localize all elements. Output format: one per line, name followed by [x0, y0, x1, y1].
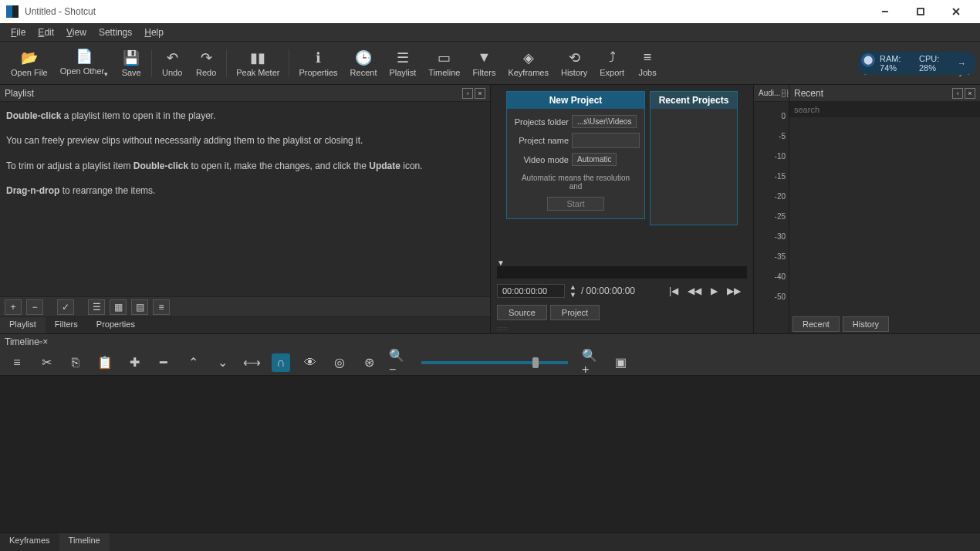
append-button[interactable]: ✚: [125, 353, 144, 372]
timeline-menu-button[interactable]: ≡: [8, 353, 26, 372]
scale-mark: -35: [757, 247, 786, 267]
tab-source[interactable]: Source: [497, 305, 547, 320]
recent-close-button[interactable]: ×: [965, 88, 975, 99]
playlist-view-detailed-button[interactable]: ☰: [88, 299, 105, 315]
zoom-in-button[interactable]: 🔍+: [582, 353, 600, 372]
menu-file[interactable]: File: [5, 25, 32, 40]
recent-list[interactable]: [789, 117, 980, 315]
tab-recent[interactable]: Recent: [792, 316, 840, 332]
playlist-button[interactable]: ☰Playlist: [383, 46, 422, 80]
peak-meter-label: Peak Meter: [236, 68, 279, 77]
zoom-fit-button[interactable]: ▣: [611, 353, 630, 372]
split-button[interactable]: ⟷: [242, 353, 261, 372]
timeline-tracks[interactable]: [0, 376, 980, 532]
snap-button[interactable]: ∩: [272, 353, 290, 372]
tab-timeline[interactable]: Timeline: [59, 533, 110, 551]
grip-icon[interactable]: ::::::: [491, 323, 753, 333]
open-file-icon: 📂: [21, 49, 38, 66]
video-mode-label: Video mode: [512, 155, 569, 164]
fast-forward-button[interactable]: ▶▶: [727, 286, 741, 296]
zoom-slider[interactable]: [421, 361, 568, 364]
scale-mark: -20: [757, 187, 786, 207]
redo-button[interactable]: ↷Redo: [189, 46, 223, 80]
menu-view[interactable]: View: [60, 25, 93, 40]
jobs-button[interactable]: ≡Jobs: [630, 46, 664, 80]
overwrite-button[interactable]: ⌄: [213, 353, 231, 372]
paste-button[interactable]: 📋: [96, 353, 114, 372]
current-timecode-input[interactable]: [497, 284, 565, 298]
resource-monitor[interactable]: ⬤ RAM: 74% CPU: 28% →: [858, 52, 975, 75]
remove-button[interactable]: ━: [154, 353, 173, 372]
keyframes-button[interactable]: ◈Keyframes: [502, 46, 555, 80]
main-toolbar: 📂Open File📄Open Other▾💾Save↶Undo↷Redo▮▮P…: [0, 42, 980, 85]
history-button[interactable]: ⟲History: [555, 46, 593, 80]
playlist-close-button[interactable]: ×: [475, 88, 485, 99]
timeline-close-button[interactable]: ×: [42, 336, 48, 347]
recent-label: Recent: [350, 68, 377, 77]
history-label: History: [561, 68, 587, 77]
menu-settings[interactable]: Settings: [93, 25, 138, 40]
scrub-button[interactable]: 👁: [301, 353, 319, 372]
properties-label: Properties: [299, 68, 337, 77]
save-label: Save: [122, 68, 141, 77]
undo-button[interactable]: ↶Undo: [155, 46, 189, 80]
recent-float-button[interactable]: ▫: [952, 88, 963, 99]
peak-meter-button[interactable]: ▮▮Peak Meter: [230, 46, 286, 80]
rewind-button[interactable]: ◀◀: [688, 286, 701, 296]
window-title: Untitled - Shotcut: [25, 6, 867, 17]
minimize-button[interactable]: [867, 0, 903, 23]
scrub-bar[interactable]: ▼: [497, 266, 747, 279]
menu-edit[interactable]: Edit: [32, 25, 60, 40]
audio-float-button[interactable]: ▫: [782, 90, 785, 97]
tab-project[interactable]: Project: [550, 305, 600, 320]
video-mode-button[interactable]: Automatic: [572, 153, 617, 166]
maximize-button[interactable]: [903, 0, 938, 23]
copy-button[interactable]: ⎘: [66, 353, 85, 372]
start-button[interactable]: Start: [547, 197, 603, 211]
timeline-title: Timeline: [5, 336, 39, 347]
timecode-spinner-icon[interactable]: ▲▼: [569, 283, 576, 299]
video-mode-description: Automatic means the resolution and: [512, 171, 640, 194]
save-button[interactable]: 💾Save: [114, 46, 148, 80]
project-name-input[interactable]: [572, 133, 640, 148]
tab-filters[interactable]: Filters: [46, 317, 87, 333]
zoom-out-button[interactable]: 🔍−: [389, 353, 407, 372]
recent-search-input[interactable]: [789, 102, 980, 117]
scale-mark: -50: [757, 287, 786, 307]
open-file-button[interactable]: 📂Open File: [5, 46, 54, 80]
save-icon: 💾: [123, 49, 140, 66]
audio-meter-panel: Audi... ▫ × 0-5-10-15-20-25-30-35-40-50: [753, 85, 789, 333]
playlist-remove-button[interactable]: −: [26, 299, 43, 315]
projects-folder-button[interactable]: ...s\User\Videos: [572, 115, 637, 128]
playlist-float-button[interactable]: ▫: [462, 88, 473, 99]
open-other-label: Open Other▾: [60, 66, 108, 78]
preview-panel: New Project Projects folder ...s\User\Vi…: [491, 85, 753, 333]
tab-playlist[interactable]: Playlist: [0, 317, 46, 333]
play-button[interactable]: ▶: [711, 286, 718, 296]
playlist-update-button[interactable]: ✓: [57, 299, 74, 315]
ripple-button[interactable]: ◎: [330, 353, 349, 372]
skip-start-button[interactable]: |◀: [669, 286, 678, 296]
menu-help[interactable]: Help: [138, 25, 170, 40]
properties-button[interactable]: ℹProperties: [292, 46, 343, 80]
filters-button[interactable]: ▼Filters: [466, 46, 502, 80]
timeline-button[interactable]: ▭Timeline: [422, 46, 466, 80]
tab-keyframes[interactable]: Keyframes: [0, 533, 59, 551]
playlist-add-button[interactable]: +: [5, 299, 22, 315]
playlist-view-icons-button[interactable]: ▤: [131, 299, 148, 315]
lift-button[interactable]: ⌃: [184, 353, 202, 372]
cut-button[interactable]: ✂: [37, 353, 56, 372]
undo-label: Undo: [162, 68, 182, 77]
close-button[interactable]: [938, 0, 974, 23]
scale-mark: 0: [757, 106, 786, 127]
playlist-view-tiles-button[interactable]: ▦: [110, 299, 127, 315]
playlist-menu-button[interactable]: ≡: [153, 299, 170, 315]
ripple-all-button[interactable]: ⊛: [360, 353, 378, 372]
projects-folder-label: Projects folder: [512, 117, 569, 127]
recent-button[interactable]: 🕒Recent: [344, 46, 384, 80]
open-other-button[interactable]: 📄Open Other▾: [54, 45, 114, 81]
export-button[interactable]: ⤴Export: [593, 46, 630, 80]
tab-history[interactable]: History: [843, 316, 889, 332]
recent-projects-list[interactable]: [651, 109, 737, 225]
tab-properties[interactable]: Properties: [87, 317, 144, 333]
